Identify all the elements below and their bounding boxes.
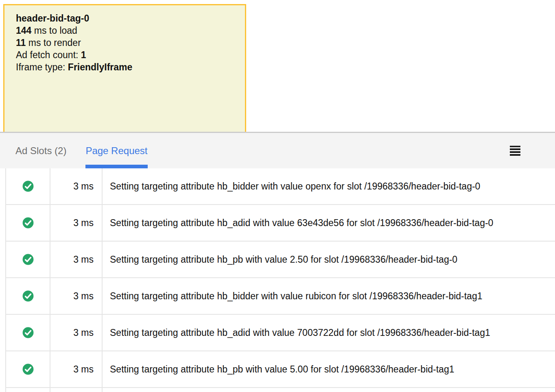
- log-row-time: 3 ms: [50, 205, 103, 241]
- tab-ad-slots[interactable]: Ad Slots (2): [15, 133, 66, 168]
- console-menu-button[interactable]: [510, 146, 520, 156]
- log-row: 3 ms Setting targeting attribute hb_bidd…: [5, 168, 555, 205]
- log-row-time: 3 ms: [50, 278, 103, 314]
- success-check-icon: [22, 217, 34, 229]
- slot-render-time: 11 ms to render: [16, 37, 234, 49]
- log-row-status-cell: [5, 205, 50, 241]
- console-tab-bar: Ad Slots (2) Page Request: [0, 132, 555, 168]
- slot-title: header-bid-tag-0: [16, 12, 234, 24]
- log-row-time: 3 ms: [50, 315, 103, 351]
- log-row-status-cell: [5, 242, 50, 277]
- slot-fetch-count: Ad fetch count: 1: [16, 49, 234, 61]
- render-time-value: 11: [16, 37, 26, 48]
- log-row-time: 3 ms: [50, 351, 103, 387]
- page-top-area: header-bid-tag-0 144 ms to load 11 ms to…: [0, 0, 555, 132]
- success-check-icon: [22, 364, 34, 375]
- fetch-count-label: Ad fetch count:: [16, 50, 81, 60]
- log-row: 3 ms Setting targeting attribute hb_bidd…: [5, 278, 555, 315]
- log-row-status-cell: [5, 351, 50, 387]
- slot-load-time: 144 ms to load: [16, 24, 234, 37]
- log-row-time: 3 ms: [50, 242, 103, 277]
- log-row-status-cell: [5, 278, 50, 314]
- log-row: [5, 388, 555, 392]
- log-row-message: Setting targeting attribute hb_bidder wi…: [103, 278, 555, 314]
- fetch-count-value: 1: [81, 50, 86, 60]
- log-row: 3 ms Setting targeting attribute hb_pb w…: [5, 351, 555, 388]
- log-row: 3 ms Setting targeting attribute hb_pb w…: [5, 242, 555, 278]
- ad-slot-info-bubble: header-bid-tag-0 144 ms to load 11 ms to…: [3, 4, 246, 132]
- success-check-icon: [22, 181, 34, 192]
- log-table: 3 ms Setting targeting attribute hb_bidd…: [5, 168, 555, 392]
- load-time-value: 144: [16, 25, 31, 36]
- log-row-message: Setting targeting attribute hb_bidder wi…: [103, 168, 555, 204]
- log-row: 3 ms Setting targeting attribute hb_adid…: [5, 315, 555, 351]
- iframe-type-value: FriendlyIframe: [68, 62, 133, 72]
- list-menu-icon: [510, 146, 520, 156]
- success-check-icon: [22, 290, 34, 302]
- log-row-message: Setting targeting attribute hb_pb with v…: [103, 351, 555, 387]
- log-row-message: Setting targeting attribute hb_adid with…: [103, 205, 555, 241]
- log-row-message: Setting targeting attribute hb_adid with…: [103, 315, 555, 351]
- log-row-time: [50, 388, 103, 392]
- slot-iframe-type: Iframe type: FriendlyIframe: [16, 61, 234, 73]
- success-check-icon: [22, 327, 34, 338]
- tab-page-request[interactable]: Page Request: [85, 133, 147, 168]
- log-row-status-cell: [5, 168, 50, 204]
- log-row: 3 ms Setting targeting attribute hb_adid…: [5, 205, 555, 242]
- iframe-type-label: Iframe type:: [16, 62, 68, 72]
- log-row-status-cell: [5, 388, 50, 392]
- log-row-status-cell: [5, 315, 50, 351]
- log-row-time: 3 ms: [50, 168, 103, 204]
- log-row-message: Setting targeting attribute hb_pb with v…: [103, 242, 555, 277]
- success-check-icon: [22, 254, 34, 265]
- load-time-label: ms to load: [31, 25, 77, 36]
- render-time-label: ms to render: [26, 37, 81, 48]
- log-row-message: [103, 388, 555, 392]
